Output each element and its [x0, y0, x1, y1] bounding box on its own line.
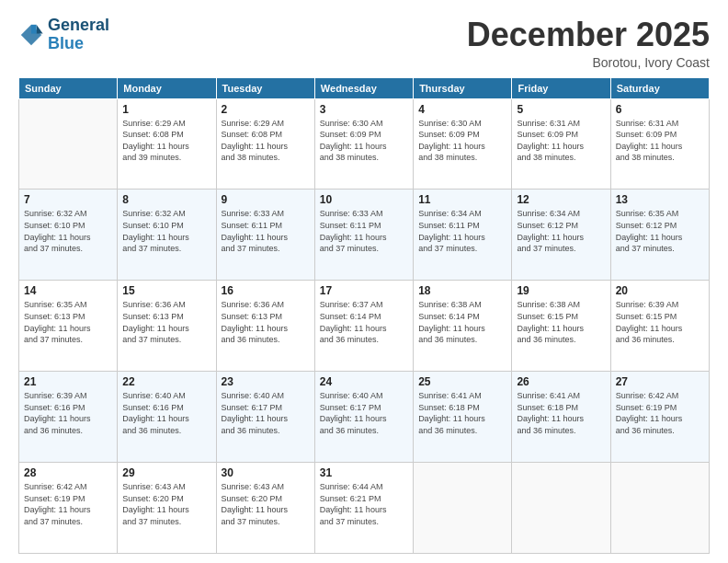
logo-text: General Blue — [48, 17, 109, 53]
week-row-4: 21Sunrise: 6:39 AM Sunset: 6:16 PM Dayli… — [19, 372, 710, 463]
day-cell: 25Sunrise: 6:41 AM Sunset: 6:18 PM Dayli… — [414, 372, 512, 463]
day-cell: 31Sunrise: 6:44 AM Sunset: 6:21 PM Dayli… — [314, 463, 413, 554]
page: General Blue December 2025 Borotou, Ivor… — [0, 0, 728, 563]
weekday-header-row: SundayMondayTuesdayWednesdayThursdayFrid… — [19, 77, 710, 98]
day-cell: 26Sunrise: 6:41 AM Sunset: 6:18 PM Dayli… — [512, 372, 610, 463]
day-info: Sunrise: 6:39 AM Sunset: 6:15 PM Dayligh… — [616, 299, 704, 345]
day-info: Sunrise: 6:30 AM Sunset: 6:09 PM Dayligh… — [418, 118, 506, 164]
day-info: Sunrise: 6:33 AM Sunset: 6:11 PM Dayligh… — [222, 208, 310, 254]
day-number: 7 — [24, 193, 112, 206]
day-info: Sunrise: 6:43 AM Sunset: 6:20 PM Dayligh… — [122, 481, 210, 527]
day-info: Sunrise: 6:42 AM Sunset: 6:19 PM Dayligh… — [24, 481, 112, 527]
day-cell: 1Sunrise: 6:29 AM Sunset: 6:08 PM Daylig… — [118, 98, 216, 190]
day-number: 6 — [616, 103, 704, 116]
day-info: Sunrise: 6:35 AM Sunset: 6:13 PM Dayligh… — [24, 299, 112, 345]
day-info: Sunrise: 6:44 AM Sunset: 6:21 PM Dayligh… — [320, 481, 408, 527]
day-cell: 3Sunrise: 6:30 AM Sunset: 6:09 PM Daylig… — [314, 98, 413, 190]
day-info: Sunrise: 6:31 AM Sunset: 6:09 PM Dayligh… — [517, 118, 605, 164]
day-number: 22 — [122, 375, 210, 388]
day-cell: 18Sunrise: 6:38 AM Sunset: 6:14 PM Dayli… — [414, 281, 512, 372]
location: Borotou, Ivory Coast — [467, 55, 710, 70]
day-cell — [414, 463, 512, 554]
day-cell: 17Sunrise: 6:37 AM Sunset: 6:14 PM Dayli… — [314, 281, 413, 372]
logo-line1: General — [48, 17, 109, 35]
day-info: Sunrise: 6:36 AM Sunset: 6:13 PM Dayligh… — [122, 299, 210, 345]
day-info: Sunrise: 6:32 AM Sunset: 6:10 PM Dayligh… — [24, 208, 112, 254]
day-number: 31 — [320, 466, 408, 479]
day-info: Sunrise: 6:43 AM Sunset: 6:20 PM Dayligh… — [222, 481, 310, 527]
day-cell: 14Sunrise: 6:35 AM Sunset: 6:13 PM Dayli… — [19, 281, 118, 372]
day-number: 3 — [320, 103, 408, 116]
weekday-header-monday: Monday — [118, 77, 216, 98]
day-cell: 9Sunrise: 6:33 AM Sunset: 6:11 PM Daylig… — [216, 190, 314, 281]
day-info: Sunrise: 6:34 AM Sunset: 6:12 PM Dayligh… — [517, 208, 605, 254]
day-cell: 24Sunrise: 6:40 AM Sunset: 6:17 PM Dayli… — [314, 372, 413, 463]
day-cell: 11Sunrise: 6:34 AM Sunset: 6:11 PM Dayli… — [414, 190, 512, 281]
weekday-header-thursday: Thursday — [414, 77, 512, 98]
svg-marker-2 — [31, 25, 37, 34]
day-info: Sunrise: 6:34 AM Sunset: 6:11 PM Dayligh… — [418, 208, 506, 254]
day-number: 18 — [418, 284, 506, 297]
logo-line2: Blue — [48, 34, 84, 52]
day-number: 29 — [122, 466, 210, 479]
day-cell: 23Sunrise: 6:40 AM Sunset: 6:17 PM Dayli… — [216, 372, 314, 463]
day-number: 5 — [517, 103, 605, 116]
day-info: Sunrise: 6:36 AM Sunset: 6:13 PM Dayligh… — [222, 299, 310, 345]
day-info: Sunrise: 6:32 AM Sunset: 6:10 PM Dayligh… — [122, 208, 210, 254]
day-cell: 22Sunrise: 6:40 AM Sunset: 6:16 PM Dayli… — [118, 372, 216, 463]
day-number: 26 — [517, 375, 605, 388]
day-info: Sunrise: 6:38 AM Sunset: 6:14 PM Dayligh… — [418, 299, 506, 345]
month-title: December 2025 — [467, 17, 710, 53]
week-row-3: 14Sunrise: 6:35 AM Sunset: 6:13 PM Dayli… — [19, 281, 710, 372]
day-number: 2 — [222, 103, 310, 116]
day-cell: 13Sunrise: 6:35 AM Sunset: 6:12 PM Dayli… — [610, 190, 709, 281]
day-cell: 28Sunrise: 6:42 AM Sunset: 6:19 PM Dayli… — [19, 463, 118, 554]
svg-marker-1 — [37, 25, 43, 34]
day-cell: 19Sunrise: 6:38 AM Sunset: 6:15 PM Dayli… — [512, 281, 610, 372]
day-number: 21 — [24, 375, 112, 388]
day-number: 16 — [222, 284, 310, 297]
day-info: Sunrise: 6:37 AM Sunset: 6:14 PM Dayligh… — [320, 299, 408, 345]
day-number: 10 — [320, 193, 408, 206]
day-number: 11 — [418, 193, 506, 206]
day-number: 12 — [517, 193, 605, 206]
day-info: Sunrise: 6:31 AM Sunset: 6:09 PM Dayligh… — [616, 118, 704, 164]
day-cell: 20Sunrise: 6:39 AM Sunset: 6:15 PM Dayli… — [610, 281, 709, 372]
title-block: December 2025 Borotou, Ivory Coast — [467, 17, 710, 70]
day-number: 17 — [320, 284, 408, 297]
day-info: Sunrise: 6:30 AM Sunset: 6:09 PM Dayligh… — [320, 118, 408, 164]
day-number: 13 — [616, 193, 704, 206]
day-cell — [19, 98, 118, 190]
day-cell: 8Sunrise: 6:32 AM Sunset: 6:10 PM Daylig… — [118, 190, 216, 281]
day-info: Sunrise: 6:39 AM Sunset: 6:16 PM Dayligh… — [24, 390, 112, 436]
day-cell — [512, 463, 610, 554]
day-number: 19 — [517, 284, 605, 297]
weekday-header-saturday: Saturday — [610, 77, 709, 98]
day-info: Sunrise: 6:29 AM Sunset: 6:08 PM Dayligh… — [122, 118, 210, 164]
week-row-1: 1Sunrise: 6:29 AM Sunset: 6:08 PM Daylig… — [19, 98, 710, 190]
day-number: 25 — [418, 375, 506, 388]
weekday-header-tuesday: Tuesday — [216, 77, 314, 98]
calendar-table: SundayMondayTuesdayWednesdayThursdayFrid… — [18, 77, 710, 554]
weekday-header-sunday: Sunday — [19, 77, 118, 98]
day-number: 4 — [418, 103, 506, 116]
logo: General Blue — [18, 17, 109, 53]
day-info: Sunrise: 6:41 AM Sunset: 6:18 PM Dayligh… — [418, 390, 506, 436]
day-number: 27 — [616, 375, 704, 388]
day-info: Sunrise: 6:41 AM Sunset: 6:18 PM Dayligh… — [517, 390, 605, 436]
day-number: 24 — [320, 375, 408, 388]
day-cell: 12Sunrise: 6:34 AM Sunset: 6:12 PM Dayli… — [512, 190, 610, 281]
day-number: 30 — [222, 466, 310, 479]
day-cell: 15Sunrise: 6:36 AM Sunset: 6:13 PM Dayli… — [118, 281, 216, 372]
day-number: 23 — [222, 375, 310, 388]
week-row-2: 7Sunrise: 6:32 AM Sunset: 6:10 PM Daylig… — [19, 190, 710, 281]
day-cell: 30Sunrise: 6:43 AM Sunset: 6:20 PM Dayli… — [216, 463, 314, 554]
day-info: Sunrise: 6:33 AM Sunset: 6:11 PM Dayligh… — [320, 208, 408, 254]
day-cell: 2Sunrise: 6:29 AM Sunset: 6:08 PM Daylig… — [216, 98, 314, 190]
day-cell: 10Sunrise: 6:33 AM Sunset: 6:11 PM Dayli… — [314, 190, 413, 281]
day-cell: 21Sunrise: 6:39 AM Sunset: 6:16 PM Dayli… — [19, 372, 118, 463]
day-info: Sunrise: 6:35 AM Sunset: 6:12 PM Dayligh… — [616, 208, 704, 254]
day-cell: 6Sunrise: 6:31 AM Sunset: 6:09 PM Daylig… — [610, 98, 709, 190]
week-row-5: 28Sunrise: 6:42 AM Sunset: 6:19 PM Dayli… — [19, 463, 710, 554]
day-info: Sunrise: 6:29 AM Sunset: 6:08 PM Dayligh… — [222, 118, 310, 164]
